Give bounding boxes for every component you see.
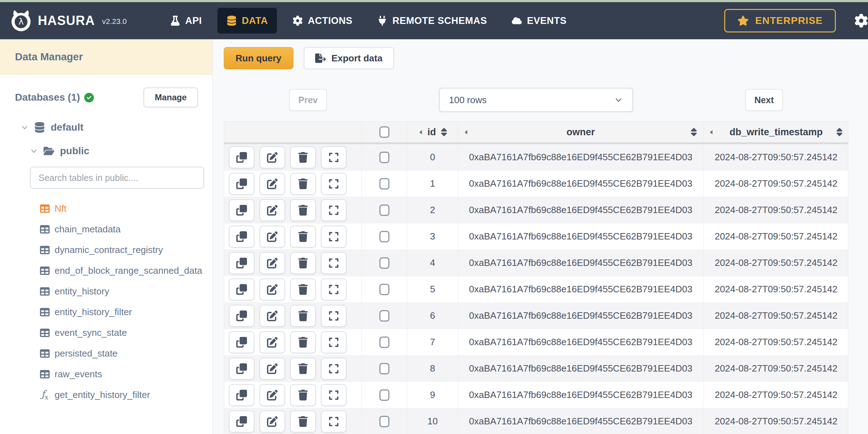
row-checkbox[interactable] — [379, 389, 389, 401]
hasura-logo-icon: λ — [10, 10, 32, 32]
clone-row-button[interactable] — [229, 331, 254, 353]
enterprise-button[interactable]: ENTERPRISE — [724, 9, 836, 32]
prev-page-button[interactable]: Prev — [289, 89, 327, 111]
nav-item-events[interactable]: EVENTS — [503, 8, 576, 34]
edit-row-button[interactable] — [259, 331, 285, 353]
column-label: db_write_timestamp — [730, 127, 823, 138]
expand-row-button[interactable] — [321, 199, 347, 221]
expand-row-button[interactable] — [321, 331, 347, 353]
edit-row-button[interactable] — [259, 410, 285, 433]
expand-row-button[interactable] — [321, 410, 347, 433]
sidebar-table-item[interactable]: entity_history_filter — [40, 302, 212, 322]
clone-row-button[interactable] — [229, 173, 254, 195]
sidebar-table-item[interactable]: chain_metadata — [40, 219, 212, 239]
nav-item-actions[interactable]: ACTIONS — [283, 8, 362, 34]
row-checkbox[interactable] — [379, 257, 389, 269]
expand-row-button[interactable] — [321, 305, 347, 327]
delete-row-button[interactable] — [290, 278, 316, 301]
row-checkbox[interactable] — [379, 363, 389, 374]
edit-row-button[interactable] — [259, 173, 285, 195]
delete-row-button[interactable] — [290, 384, 316, 406]
edit-row-button[interactable] — [259, 252, 285, 274]
delete-row-button[interactable] — [290, 410, 316, 433]
sidebar-table-item[interactable]: entity_history — [40, 281, 212, 302]
sidebar-function-item[interactable]: ƒx get_entity_history_filter — [40, 384, 212, 405]
clone-row-button[interactable] — [229, 410, 254, 433]
delete-row-button[interactable] — [290, 358, 316, 380]
sidebar-table-item[interactable]: event_sync_state — [40, 322, 212, 343]
column-header-db-write-timestamp[interactable]: db_write_timestamp — [703, 122, 849, 142]
row-checkbox[interactable] — [379, 178, 389, 190]
delete-row-button[interactable] — [290, 173, 316, 195]
sidebar-table-item[interactable]: persisted_state — [40, 343, 212, 364]
expand-icon — [328, 284, 339, 295]
clone-row-button[interactable] — [229, 252, 254, 274]
expand-row-button[interactable] — [321, 173, 347, 195]
edit-row-button[interactable] — [259, 146, 285, 168]
row-checkbox[interactable] — [379, 416, 389, 427]
delete-row-button[interactable] — [290, 226, 316, 248]
caret-left-icon[interactable] — [418, 130, 423, 135]
run-query-button[interactable]: Run query — [224, 47, 293, 69]
search-tables-input[interactable] — [30, 167, 204, 189]
clone-row-button[interactable] — [229, 358, 254, 380]
rows-per-page-select[interactable]: 100 rows — [439, 88, 633, 112]
settings-gear-icon[interactable] — [854, 14, 868, 27]
nav-item-data[interactable]: DATA — [217, 8, 277, 34]
caret-left-icon[interactable] — [708, 130, 714, 135]
tree-item-schema[interactable]: public — [30, 145, 212, 157]
row-checkbox[interactable] — [379, 152, 389, 163]
clone-row-button[interactable] — [229, 384, 254, 406]
expand-row-button[interactable] — [321, 252, 347, 274]
clone-row-button[interactable] — [229, 226, 254, 248]
chevron-down-icon[interactable] — [21, 123, 29, 131]
row-checkbox[interactable] — [379, 310, 389, 322]
sort-icon[interactable] — [440, 127, 448, 137]
sidebar-table-item[interactable]: raw_events — [40, 364, 212, 384]
sidebar-table-item-active[interactable]: Nft — [40, 198, 212, 219]
next-page-button[interactable]: Next — [745, 89, 783, 111]
copy-icon — [236, 178, 247, 189]
expand-row-button[interactable] — [321, 146, 347, 168]
row-checkbox[interactable] — [379, 231, 389, 242]
nav-item-remote-schemas[interactable]: REMOTE SCHEMAS — [368, 8, 496, 34]
delete-row-button[interactable] — [290, 146, 316, 168]
chevron-down-icon[interactable] — [30, 147, 38, 155]
tree-item-database[interactable]: default — [21, 122, 212, 133]
delete-row-button[interactable] — [290, 331, 316, 353]
clone-row-button[interactable] — [229, 278, 254, 301]
export-data-button[interactable]: Export data — [304, 47, 394, 69]
row-checkbox[interactable] — [379, 284, 389, 295]
expand-row-button[interactable] — [321, 226, 347, 248]
expand-row-button[interactable] — [321, 358, 347, 380]
clone-row-button[interactable] — [229, 146, 254, 168]
row-checkbox[interactable] — [379, 205, 389, 216]
expand-row-button[interactable] — [321, 384, 347, 406]
delete-row-button[interactable] — [290, 252, 316, 274]
select-all-checkbox[interactable] — [379, 126, 389, 138]
column-label: id — [428, 127, 436, 138]
row-actions-cell — [224, 171, 362, 197]
edit-row-button[interactable] — [259, 199, 285, 221]
manage-button[interactable]: Manage — [143, 87, 198, 107]
expand-row-button[interactable] — [321, 278, 347, 301]
column-header-owner[interactable]: owner — [458, 122, 703, 142]
column-header-id[interactable]: id — [407, 122, 458, 142]
clone-row-button[interactable] — [229, 305, 254, 327]
copy-icon — [236, 284, 247, 295]
sort-icon[interactable] — [836, 127, 843, 137]
nav-item-api[interactable]: API — [161, 8, 211, 34]
sidebar-table-item[interactable]: dynamic_contract_registry — [40, 239, 212, 260]
edit-row-button[interactable] — [259, 226, 285, 248]
edit-row-button[interactable] — [259, 278, 285, 301]
edit-row-button[interactable] — [259, 384, 285, 406]
clone-row-button[interactable] — [229, 199, 254, 221]
edit-row-button[interactable] — [259, 305, 285, 327]
row-checkbox[interactable] — [379, 337, 389, 348]
caret-left-icon[interactable] — [463, 130, 469, 135]
sort-icon[interactable] — [690, 127, 697, 137]
edit-row-button[interactable] — [259, 358, 285, 380]
sidebar-table-item[interactable]: end_of_block_range_scanned_data — [40, 260, 212, 281]
delete-row-button[interactable] — [290, 199, 316, 221]
delete-row-button[interactable] — [290, 305, 316, 327]
